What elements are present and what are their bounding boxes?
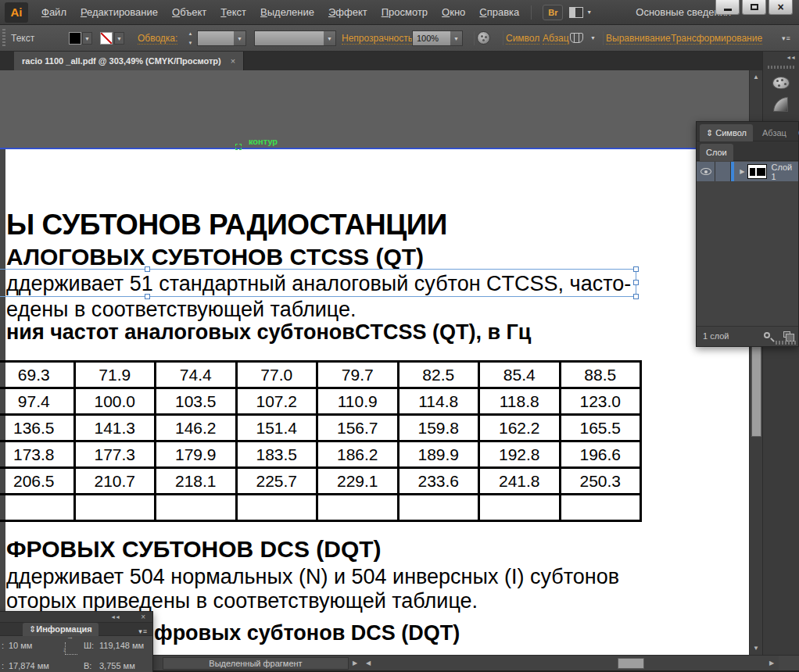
- paragraph-panel-link[interactable]: Абзац: [543, 33, 569, 45]
- doc-table-caption: ния частот аналоговых субтоновCTCSS (QT)…: [6, 320, 531, 345]
- menu-help[interactable]: Справка: [472, 1, 526, 24]
- divider: [603, 31, 604, 45]
- menu-object[interactable]: Объект: [165, 1, 213, 24]
- menu-view[interactable]: Просмотр: [374, 1, 435, 24]
- horizontal-scrollbar-thumb[interactable]: [618, 658, 644, 669]
- character-panel-link[interactable]: Символ: [506, 33, 539, 45]
- opacity-field[interactable]: 100%: [412, 30, 451, 46]
- stroke-weight-field[interactable]: [197, 30, 235, 46]
- layers-panel-footer: 1 слой: [697, 326, 798, 346]
- menu-edit[interactable]: Редактирование: [73, 1, 165, 24]
- fill-dropdown-button[interactable]: ▼: [82, 32, 92, 45]
- layer-name[interactable]: Слой 1: [771, 163, 798, 181]
- selection-handle[interactable]: [633, 280, 639, 285]
- menu-window[interactable]: Окно: [435, 1, 472, 24]
- expand-panels-icon[interactable]: ◄◄: [786, 55, 795, 60]
- tab-layers[interactable]: Слои: [700, 144, 733, 161]
- tab-character-label: Символ: [715, 128, 747, 138]
- menu-select[interactable]: Выделение: [253, 1, 321, 24]
- fill-color-swatch[interactable]: [69, 32, 81, 45]
- stroke-weight-stepper[interactable]: ▲ ▼: [186, 31, 195, 45]
- info-height-label: В:: [84, 661, 91, 670]
- window-controls: ×: [715, 0, 793, 15]
- scroll-left-icon[interactable]: ◀: [363, 657, 374, 670]
- selection-bounding-box[interactable]: [0, 269, 636, 297]
- maximize-icon: [751, 4, 758, 10]
- doc-paragraph-1-line-2: едены в соответствующей таблице.: [6, 298, 356, 322]
- object-outline-guide: [0, 148, 749, 149]
- menu-bar: Ai Файл Редактирование Объект Текст Выде…: [0, 0, 799, 25]
- align-panel-link[interactable]: Выравнивание: [606, 33, 671, 45]
- selection-type-label: Текст: [11, 33, 34, 44]
- stroke-dropdown-button[interactable]: ▼: [114, 32, 124, 45]
- selection-handle[interactable]: [633, 266, 639, 272]
- control-bar: Текст ▼ ▼ Обводка: ▲ ▼ ▼ ▼ Непрозрачност…: [0, 25, 799, 52]
- artboard-canvas[interactable]: контур Ы СУБТОНОВ РАДИОСТАНЦИИ АЛОГОВЫХ …: [0, 70, 749, 655]
- collapse-panel-icon[interactable]: ◄◄: [110, 614, 120, 620]
- divider: [503, 31, 503, 45]
- close-tab-icon[interactable]: ×: [231, 56, 235, 66]
- chevron-down-icon[interactable]: ▼: [590, 35, 596, 41]
- selection-handle[interactable]: [145, 266, 150, 272]
- scroll-up-icon[interactable]: ▲: [750, 73, 762, 80]
- info-panel-content: : 10 мм : 17,874 мм Ш: 119,148 мм В: 3,7…: [0, 636, 152, 672]
- doc-paragraph-2-line-2: оторых приведены в соответствующей табли…: [6, 589, 478, 613]
- drag-grip-icon[interactable]: [2, 29, 5, 48]
- tab-opentype[interactable]: Ope: [792, 124, 799, 141]
- selection-handle[interactable]: [145, 294, 150, 299]
- illustrator-logo-icon: Ai: [5, 2, 28, 23]
- status-menu-arrow-icon[interactable]: ▶: [349, 657, 360, 670]
- menu-effect[interactable]: Эффект: [321, 1, 374, 24]
- drag-grip-icon[interactable]: [768, 66, 794, 69]
- layer-thumbnail[interactable]: [747, 164, 767, 179]
- tab-info-label: Информация: [36, 624, 91, 634]
- locate-object-icon[interactable]: [764, 332, 770, 338]
- envelope-warp-icon[interactable]: [570, 33, 583, 43]
- stroke-weight-dropdown[interactable]: ▼: [234, 30, 246, 46]
- info-panel-header: ◄◄ ×: [0, 612, 152, 623]
- divider: [531, 5, 532, 20]
- new-layer-icon[interactable]: [783, 331, 790, 338]
- selection-handle[interactable]: [633, 294, 639, 299]
- document-tab[interactable]: racio 1100 _all.pdf @ 303,49% (CMYK/Прос…: [14, 52, 244, 70]
- lock-cell[interactable]: [715, 162, 731, 181]
- layer-count-label: 1 слой: [703, 331, 729, 341]
- minimize-button[interactable]: [715, 0, 740, 15]
- tab-character[interactable]: ⇕ Символ: [700, 124, 753, 141]
- layer-row[interactable]: ▶ Слой 1: [697, 162, 798, 181]
- close-button[interactable]: ×: [769, 0, 793, 15]
- opacity-link[interactable]: Непрозрачность:: [342, 33, 415, 45]
- vertical-scrollbar-thumb[interactable]: [751, 346, 761, 437]
- chevron-down-icon[interactable]: ▼: [586, 9, 592, 15]
- expand-triangle-icon[interactable]: ▶: [736, 168, 747, 175]
- scroll-down-icon[interactable]: ▼: [750, 645, 762, 652]
- recolor-artwork-icon[interactable]: [477, 31, 490, 45]
- panel-options-icon[interactable]: ▾≡: [138, 627, 148, 635]
- stepper-down-icon[interactable]: ▼: [188, 41, 193, 45]
- stroke-link[interactable]: Обводка:: [138, 33, 177, 45]
- arrange-documents-icon[interactable]: [569, 7, 583, 18]
- visibility-cell[interactable]: [697, 162, 715, 181]
- transform-panel-link[interactable]: Трансформирование: [671, 33, 762, 45]
- minimize-icon: [724, 9, 732, 11]
- variable-width-profile-field[interactable]: [254, 30, 324, 46]
- menu-file[interactable]: Файл: [34, 1, 73, 24]
- variable-width-dropdown[interactable]: ▼: [324, 30, 336, 46]
- maximize-button[interactable]: [742, 0, 766, 15]
- tab-info[interactable]: ⇕Информация: [23, 623, 99, 636]
- stepper-up-icon[interactable]: ▲: [188, 31, 193, 36]
- gradient-panel-icon[interactable]: [773, 97, 788, 112]
- close-panel-icon[interactable]: ×: [141, 613, 145, 621]
- table-row: 173.8177.3179.9183.5186.2189.9192.8196.6: [0, 441, 641, 468]
- opacity-dropdown[interactable]: ▼: [450, 30, 463, 46]
- menu-type[interactable]: Текст: [213, 1, 253, 24]
- panel-options-icon[interactable]: ▾≡: [782, 34, 791, 42]
- tab-paragraph[interactable]: Абзац: [756, 124, 793, 141]
- tab-navigator[interactable]: гатор: [0, 623, 3, 636]
- scroll-right-icon[interactable]: ▶: [766, 657, 777, 670]
- panel-resize-grip[interactable]: [776, 341, 796, 345]
- color-panel-icon[interactable]: [772, 77, 790, 89]
- stroke-color-swatch[interactable]: [100, 32, 113, 45]
- divider: [474, 31, 475, 45]
- bridge-button[interactable]: Br: [543, 5, 563, 20]
